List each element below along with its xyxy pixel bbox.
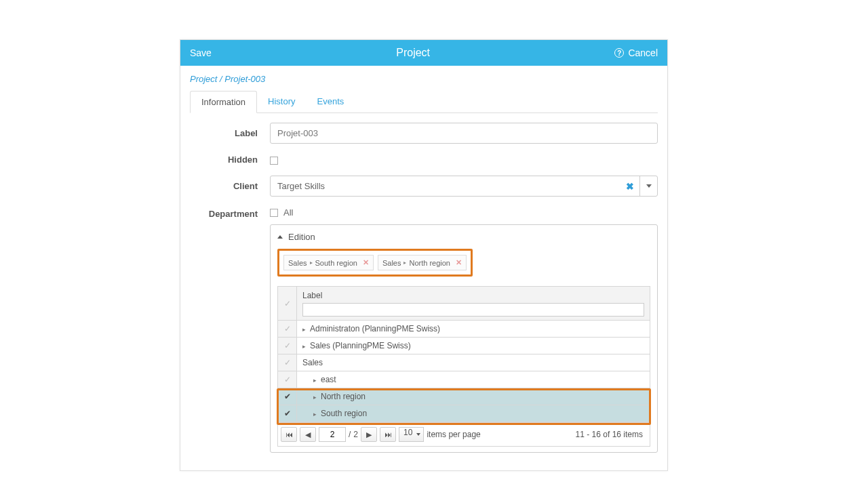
expand-icon[interactable]: ▸	[313, 394, 317, 401]
row-check[interactable]: ✔	[278, 405, 297, 422]
edition-header[interactable]: Edition	[277, 232, 650, 242]
tab-events[interactable]: Events	[307, 91, 355, 113]
department-all[interactable]: All	[270, 207, 658, 218]
form: Label Hidden Client Target Skills ✖	[180, 113, 667, 453]
hidden-checkbox[interactable]	[270, 157, 278, 165]
tab-history[interactable]: History	[257, 91, 306, 113]
tab-information[interactable]: Information	[190, 91, 257, 113]
tag-south: Sales ▸ South region ✕	[283, 255, 374, 270]
row-hidden: Hidden	[190, 155, 658, 165]
row-label: Sales	[297, 354, 650, 371]
table-row[interactable]: ✓ ▸Sales (PlanningPME Swiss)	[278, 338, 650, 354]
grid-header-row: ✓ Label	[278, 287, 650, 321]
client-combo[interactable]: Target Skills ✖	[270, 176, 658, 197]
pager-total: 2	[353, 430, 358, 439]
caret-down-icon	[416, 433, 420, 436]
header-label-cell: Label	[297, 287, 650, 320]
project-modal: Save Project ? Cancel Project / Projet-0…	[180, 39, 668, 471]
department-lbl: Department	[190, 207, 270, 219]
row-label: ▸North region	[297, 388, 650, 405]
table-row[interactable]: ✓ Sales	[278, 354, 650, 371]
row-label: ▸Sales (PlanningPME Swiss)	[297, 338, 650, 354]
tag-part: South region	[315, 259, 357, 267]
pager-info: 11 - 16 of 16 items	[576, 430, 647, 439]
header-check-cell[interactable]: ✓	[278, 287, 297, 320]
client-dropdown-icon[interactable]	[639, 176, 657, 196]
cancel-button[interactable]: ? Cancel	[614, 47, 658, 58]
pager-next-button[interactable]: ▶	[361, 427, 377, 442]
client-lbl: Client	[190, 181, 270, 191]
table-row[interactable]: ✓ ▸Administraton (PlanningPME Swiss)	[278, 321, 650, 338]
expand-icon[interactable]: ▸	[313, 411, 317, 418]
selected-tags: Sales ▸ South region ✕ Sales ▸ North reg…	[277, 249, 473, 277]
row-client: Client Target Skills ✖	[190, 176, 658, 197]
row-check[interactable]: ✓	[278, 371, 297, 388]
hidden-lbl: Hidden	[190, 155, 270, 165]
department-all-checkbox[interactable]	[270, 209, 278, 217]
department-grid: ✓ Label ✓ ▸Administraton (PlanningPME Sw…	[277, 286, 650, 447]
save-button[interactable]: Save	[190, 47, 212, 58]
help-icon: ?	[614, 48, 624, 58]
pager: ⏮ ◀ / 2 ▶ ⏭ 10 items per page 11 - 16 of…	[278, 422, 650, 446]
remove-tag-icon[interactable]: ✕	[456, 258, 462, 267]
table-row[interactable]: ✔ ▸North region	[278, 388, 650, 405]
row-check[interactable]: ✔	[278, 388, 297, 405]
tag-part: North region	[409, 259, 450, 267]
remove-tag-icon[interactable]: ✕	[363, 258, 369, 267]
label-lbl: Label	[190, 128, 270, 138]
tag-part: Sales	[288, 259, 307, 267]
chevron-right-icon: ▸	[403, 260, 406, 266]
grid-header-label: Label	[302, 291, 644, 300]
pager-page-input[interactable]	[319, 427, 346, 442]
row-check[interactable]: ✓	[278, 321, 297, 337]
breadcrumb: Project / Projet-003	[180, 66, 667, 87]
label-input[interactable]	[270, 123, 658, 144]
expand-icon[interactable]: ▸	[313, 377, 317, 384]
pager-first-button[interactable]: ⏮	[281, 427, 297, 442]
department-all-label: All	[283, 207, 293, 218]
caret-down-icon	[646, 184, 652, 188]
modal-title: Project	[212, 47, 614, 59]
pager-size-select[interactable]: 10	[399, 427, 424, 442]
row-label: ▸South region	[297, 405, 650, 422]
client-value: Target Skills	[271, 176, 620, 196]
pager-items-label: items per page	[427, 430, 480, 439]
modal-body: Project / Projet-003 Information History…	[180, 66, 667, 470]
row-label: ▸east	[297, 371, 650, 388]
cancel-label: Cancel	[628, 47, 658, 58]
pager-prev-button[interactable]: ◀	[300, 427, 316, 442]
row-label: Label	[190, 123, 658, 144]
client-clear-icon[interactable]: ✖	[620, 176, 639, 196]
department-panel: Edition Sales ▸ South region ✕ Sales	[270, 224, 658, 453]
table-row[interactable]: ✓ ▸east	[278, 371, 650, 388]
tabs: Information History Events	[190, 91, 658, 113]
expand-icon[interactable]: ▸	[302, 343, 306, 350]
tag-north: Sales ▸ North region ✕	[378, 255, 467, 270]
pager-last-button[interactable]: ⏭	[380, 427, 396, 442]
tag-part: Sales	[382, 259, 401, 267]
titlebar: Save Project ? Cancel	[180, 40, 667, 66]
row-department: Department All Edition Sales	[190, 207, 658, 453]
row-label: ▸Administraton (PlanningPME Swiss)	[297, 321, 650, 337]
expand-icon[interactable]: ▸	[302, 326, 306, 333]
table-row[interactable]: ✔ ▸South region	[278, 405, 650, 422]
row-check[interactable]: ✓	[278, 354, 297, 371]
edition-label: Edition	[288, 232, 315, 242]
chevron-right-icon: ▸	[310, 260, 313, 266]
pager-sep: /	[349, 430, 351, 439]
row-check[interactable]: ✓	[278, 338, 297, 354]
caret-up-icon	[277, 235, 283, 239]
grid-filter-input[interactable]	[302, 303, 644, 317]
